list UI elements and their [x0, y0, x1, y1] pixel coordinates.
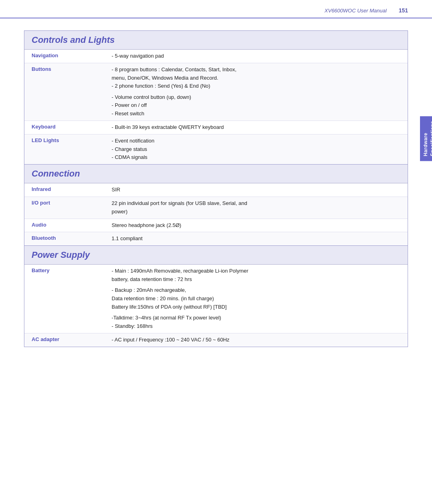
spec-label: Audio: [32, 221, 112, 228]
spec-value-line: - Standby: 168hrs: [112, 322, 400, 331]
section-title-controls-and-lights: Controls and Lights: [32, 35, 115, 45]
table-row: AC adapter- AC input / Frequency :100 ~ …: [24, 333, 408, 347]
main-content: Controls and LightsNavigation- 5-way nav…: [24, 30, 408, 371]
table-row: Navigation- 5-way navigation pad: [24, 50, 408, 63]
spec-value-line: - Event notification: [112, 137, 400, 145]
spec-value-line: SIR: [112, 186, 400, 194]
spec-value: - Event notification- Charge status- CDM…: [112, 137, 400, 162]
spec-value-line: 1.1 compliant: [112, 235, 400, 243]
spec-value-line: power): [112, 208, 400, 216]
section-header-power-supply: Power Supply: [24, 246, 408, 265]
section-header-controls-and-lights: Controls and Lights: [24, 31, 408, 50]
spec-value-line: battery, data retention time : 72 hrs: [112, 275, 400, 284]
spec-value: - Main : 1490mAh Removable, rechargeable…: [112, 267, 400, 331]
spec-value: 1.1 compliant: [112, 235, 400, 243]
table-row: Keyboard- Built-in 39 keys extractable Q…: [24, 121, 408, 135]
spec-value: - Built-in 39 keys extractable QWERTY ke…: [112, 123, 400, 132]
spec-value-line: - Power on / off: [112, 101, 400, 110]
section-controls-and-lights: Controls and LightsNavigation- 5-way nav…: [24, 30, 408, 165]
header-title: XV6600WOC User Manual: [324, 8, 386, 14]
section-title-power-supply: Power Supply: [32, 250, 90, 260]
spec-value-line: Stereo headphone jack (2.5Ø): [112, 221, 400, 230]
spec-value-line: - Built-in 39 keys extractable QWERTY ke…: [112, 123, 400, 132]
spec-value-line: - CDMA signals: [112, 153, 400, 162]
spec-value-line: - Volume control button (up, down): [112, 93, 400, 102]
page-header: XV6600WOC User Manual 151: [0, 0, 432, 18]
spec-value: - 8 program buttons : Calendar, Contacts…: [112, 66, 400, 118]
section-power-supply: Power SupplyBattery- Main : 1490mAh Remo…: [24, 246, 408, 347]
section-connection: ConnectionInfraredSIRI/O port22 pin indi…: [24, 165, 408, 246]
spec-value-line: - 2 phone function : Send (Yes) & End (N…: [112, 82, 400, 90]
spec-label: Infrared: [32, 186, 112, 192]
spec-value-line: - Reset switch: [112, 110, 400, 118]
section-title-connection: Connection: [32, 169, 80, 179]
table-row: Buttons- 8 program buttons : Calendar, C…: [24, 63, 408, 121]
spec-label: Navigation: [32, 52, 112, 58]
spec-label: Keyboard: [32, 123, 112, 130]
spec-value-line: Data retention time : 20 mins. (in full …: [112, 295, 400, 303]
spec-value-line: Battery life:150hrs of PDA only (without…: [112, 303, 400, 311]
table-row: I/O port22 pin individual port for signa…: [24, 197, 408, 219]
spec-value-line: - 8 program buttons : Calendar, Contacts…: [112, 66, 400, 74]
spec-value-line: - Charge status: [112, 145, 400, 154]
spec-value: 22 pin individual port for signals (for …: [112, 199, 400, 216]
spec-label: I/O port: [32, 199, 112, 206]
section-header-connection: Connection: [24, 165, 408, 183]
table-row: InfraredSIR: [24, 183, 408, 197]
side-tab-text: HardwareSpecifications: [423, 121, 432, 156]
side-tab: HardwareSpecifications: [420, 116, 432, 161]
spec-value: Stereo headphone jack (2.5Ø): [112, 221, 400, 230]
spec-label: LED Lights: [32, 137, 112, 143]
spec-value: - AC input / Frequency :100 ~ 240 VAC / …: [112, 336, 400, 344]
spec-label: Battery: [32, 267, 112, 273]
spec-value: - 5-way navigation pad: [112, 52, 400, 60]
spec-value-line: 22 pin individual port for signals (for …: [112, 199, 400, 208]
table-row: AudioStereo headphone jack (2.5Ø): [24, 219, 408, 233]
spec-value-line: menu, Done/OK, Windows Media and Record.: [112, 74, 400, 82]
spec-label: Buttons: [32, 66, 112, 72]
spec-value-line: - 5-way navigation pad: [112, 52, 400, 60]
spec-value-line: - AC input / Frequency :100 ~ 240 VAC / …: [112, 336, 400, 344]
spec-label: AC adapter: [32, 336, 112, 342]
spec-label: Bluetooth: [32, 235, 112, 241]
page-number: 151: [399, 7, 408, 14]
spec-value-line: - Backup : 20mAh rechargeable,: [112, 286, 400, 295]
spec-value-line: -Talktime: 3~4hrs (at normal RF Tx power…: [112, 314, 400, 322]
table-row: Battery- Main : 1490mAh Removable, recha…: [24, 265, 408, 333]
table-row: Bluetooth1.1 compliant: [24, 232, 408, 245]
spec-value: SIR: [112, 186, 400, 194]
table-row: LED Lights- Event notification- Charge s…: [24, 135, 408, 164]
spec-value-line: - Main : 1490mAh Removable, rechargeable…: [112, 267, 400, 275]
